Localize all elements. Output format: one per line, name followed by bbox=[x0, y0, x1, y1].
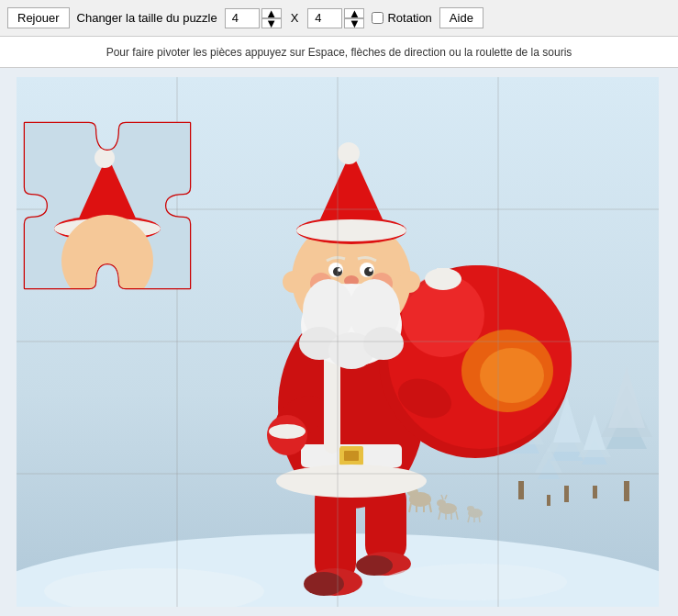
width-spinner: ▲ ▼ bbox=[261, 8, 282, 28]
puzzle-area[interactable] bbox=[0, 68, 678, 616]
svg-point-57 bbox=[480, 348, 544, 403]
svg-rect-45 bbox=[344, 451, 359, 461]
svg-point-51 bbox=[356, 555, 393, 576]
svg-point-38 bbox=[467, 506, 474, 511]
rotation-checkbox[interactable] bbox=[372, 12, 383, 24]
svg-point-91 bbox=[383, 564, 567, 600]
svg-line-41 bbox=[479, 515, 480, 522]
svg-point-88 bbox=[283, 271, 305, 293]
help-button[interactable]: Aide bbox=[439, 7, 483, 28]
svg-point-74 bbox=[364, 267, 373, 276]
svg-point-49 bbox=[304, 572, 344, 596]
svg-point-87 bbox=[363, 327, 404, 360]
santa-scene bbox=[17, 77, 659, 607]
width-down-button[interactable]: ▼ bbox=[261, 18, 282, 28]
svg-point-73 bbox=[333, 267, 342, 276]
svg-point-76 bbox=[369, 268, 372, 272]
svg-point-89 bbox=[398, 271, 420, 293]
svg-rect-17 bbox=[624, 481, 629, 501]
height-down-button[interactable]: ▼ bbox=[344, 18, 364, 28]
rotation-wrap: Rotation bbox=[372, 11, 431, 25]
svg-rect-6 bbox=[564, 486, 569, 502]
svg-rect-10 bbox=[593, 486, 597, 498]
hint-bar: Pour faire pivoter les pièces appuyez su… bbox=[0, 37, 678, 68]
height-spinner: ▲ ▼ bbox=[344, 8, 364, 28]
svg-point-52 bbox=[276, 465, 427, 498]
width-input[interactable] bbox=[225, 8, 260, 28]
rotation-label: Rotation bbox=[387, 11, 431, 25]
replay-button[interactable]: Rejouer bbox=[7, 7, 70, 28]
main-area: Pour faire pivoter les pièces appuyez su… bbox=[0, 37, 678, 616]
svg-rect-59 bbox=[437, 268, 450, 285]
height-input[interactable] bbox=[307, 8, 342, 28]
svg-rect-2 bbox=[518, 481, 524, 499]
toolbar: Rejouer Changer la taille du puzzle ▲ ▼ … bbox=[0, 0, 678, 37]
svg-point-69 bbox=[296, 219, 406, 241]
hint-text: Pour faire pivoter les pièces appuyez su… bbox=[106, 46, 572, 59]
svg-point-75 bbox=[338, 268, 341, 272]
svg-point-70 bbox=[338, 142, 360, 164]
svg-point-30 bbox=[437, 499, 446, 507]
svg-rect-14 bbox=[547, 495, 550, 506]
svg-point-64 bbox=[269, 424, 306, 439]
x-separator: X bbox=[291, 11, 299, 25]
size-label: Changer la taille du puzzle bbox=[77, 11, 217, 25]
